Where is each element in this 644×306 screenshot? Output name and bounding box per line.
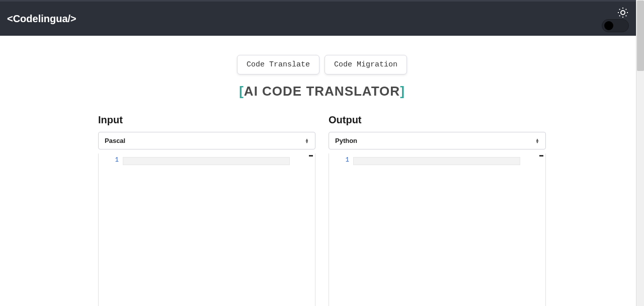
editor-panels: Input Pascal ▲▼ 1 Output Python <box>98 114 546 306</box>
page-title: [AI CODE TRANSLATOR] <box>239 84 405 99</box>
output-gutter: 1 <box>329 154 353 306</box>
svg-line-3 <box>619 9 620 10</box>
output-language-value: Python <box>335 137 357 144</box>
app-logo: <Codelingua/> <box>7 13 76 25</box>
main-content: Code Translate Code Migration [AI CODE T… <box>0 36 644 306</box>
input-language-select[interactable]: Pascal ▲▼ <box>98 132 315 149</box>
input-active-line <box>123 157 290 165</box>
output-active-line <box>353 157 520 165</box>
chevron-updown-icon: ▲▼ <box>305 138 309 143</box>
page-scrollbar[interactable] <box>636 0 644 306</box>
input-line-number: 1 <box>99 157 119 164</box>
tab-code-translate[interactable]: Code Translate <box>237 55 319 74</box>
svg-point-0 <box>621 11 625 15</box>
output-code-editor[interactable]: 1 <box>329 154 546 306</box>
app-header: <Codelingua/> <box>0 2 644 36</box>
output-language-select[interactable]: Python ▲▼ <box>329 132 546 149</box>
chevron-updown-icon: ▲▼ <box>535 138 539 143</box>
input-code-editor[interactable]: 1 <box>98 154 315 306</box>
toggle-knob <box>604 21 613 30</box>
svg-line-8 <box>626 9 626 10</box>
title-open-bracket: [ <box>239 84 244 99</box>
input-panel-title: Input <box>98 114 315 126</box>
output-code-area[interactable] <box>353 154 545 306</box>
svg-line-7 <box>619 16 620 16</box>
mode-tabs: Code Translate Code Migration <box>237 55 407 74</box>
title-close-bracket: ] <box>400 84 405 99</box>
output-panel-title: Output <box>329 114 546 126</box>
input-language-value: Pascal <box>105 137 125 144</box>
scrollbar-thumb[interactable] <box>637 1 644 71</box>
theme-toggle[interactable] <box>602 19 629 32</box>
input-panel: Input Pascal ▲▼ 1 <box>98 114 315 306</box>
output-line-number: 1 <box>329 157 349 164</box>
input-code-area[interactable] <box>123 154 315 306</box>
svg-line-4 <box>626 16 626 16</box>
title-text: AI CODE TRANSLATOR <box>244 84 400 99</box>
header-controls <box>602 5 637 32</box>
tab-code-migration[interactable]: Code Migration <box>325 55 407 74</box>
sun-icon <box>617 7 629 19</box>
cursor-indicator <box>309 155 313 157</box>
output-panel: Output Python ▲▼ 1 <box>329 114 546 306</box>
input-gutter: 1 <box>99 154 123 306</box>
cursor-indicator <box>539 155 543 157</box>
